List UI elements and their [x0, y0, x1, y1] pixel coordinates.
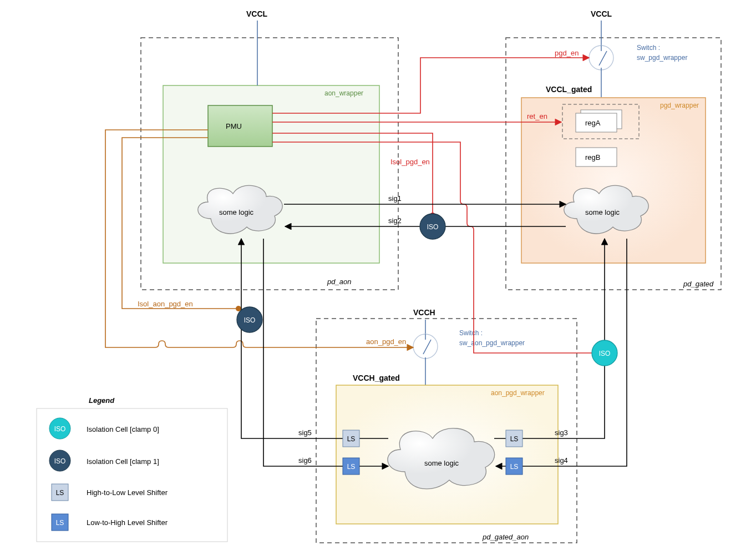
label-sig3: sig3: [555, 428, 568, 437]
iso-sig2-label: ISO: [427, 223, 439, 231]
ls-sig3-label: LS: [510, 435, 519, 443]
pd-gated-aon-label: pd_gated_aon: [482, 533, 529, 541]
label-sig5: sig5: [298, 428, 312, 437]
aonpgd-wrapper-label: aon_pgd_wrapper: [491, 389, 545, 397]
legend-ls-lh-iconlabel: LS: [56, 519, 64, 527]
legend-iso1-iconlabel: ISO: [54, 457, 66, 465]
vccl-gated-label: VCCL_gated: [546, 85, 592, 94]
legend-iso0-iconlabel: ISO: [54, 425, 66, 433]
pd-aon-label: pd_aon: [327, 278, 351, 286]
regA-label: regA: [585, 119, 601, 127]
ls-sig4-label: LS: [510, 463, 519, 471]
ls-sig6-label: LS: [347, 463, 356, 471]
label-sig4: sig4: [555, 456, 568, 465]
aon-wrapper-label: aon_wrapper: [324, 89, 363, 97]
switch-pgd-t: Switch :: [637, 44, 660, 52]
label-isol-aon-pgd-en: Isol_aon_pgd_en: [138, 300, 193, 308]
pgd-wrapper-label: pgd_wrapper: [660, 102, 699, 109]
label-sig1: sig1: [388, 194, 402, 203]
switch-aonpgd-n: sw_aon_pgd_wrapper: [459, 339, 525, 347]
switch-aonpgd-t: Switch :: [459, 329, 483, 337]
label-pgd-en: pgd_en: [555, 49, 579, 57]
switch-pgd-n: sw_pgd_wrapper: [637, 54, 687, 62]
legend-title: Legend: [89, 396, 115, 405]
label-aon-pgd-en: aon_pgd_en: [366, 337, 406, 346]
legend-ls-lh-text: Low-to-High Level Shifter: [87, 518, 168, 527]
aonpgd-logic-label: some logic: [424, 459, 459, 467]
vccl-left-label: VCCL: [246, 9, 268, 18]
legend-iso0-text: Isolation Cell [clamp 0]: [87, 425, 159, 433]
ls-sig5-label: LS: [347, 435, 356, 443]
iso-left-label: ISO: [244, 316, 256, 324]
regB-label: regB: [585, 153, 600, 162]
iso-right-label: ISO: [599, 350, 611, 357]
legend-ls-hl-text: High-to-Low Level Shifter: [87, 488, 168, 497]
label-ret-en: ret_en: [527, 112, 547, 120]
pgd-logic-label: some logic: [585, 208, 620, 216]
vcch-label: VCCH: [413, 308, 435, 317]
legend-ls-hl-iconlabel: LS: [56, 489, 64, 497]
aon-logic-label: some logic: [219, 208, 254, 216]
vcch-gated-label: VCCH_gated: [353, 374, 400, 382]
vccl-right-label: VCCL: [591, 9, 612, 18]
pd-gated-label: pd_gated: [683, 280, 714, 288]
pmu-label: PMU: [226, 122, 242, 130]
label-isol-pgd-en: Isol_pgd_en: [390, 158, 430, 166]
label-sig2: sig2: [388, 216, 402, 225]
legend-iso1-text: Isolation Cell [clamp 1]: [87, 457, 159, 466]
label-sig6: sig6: [298, 456, 312, 465]
